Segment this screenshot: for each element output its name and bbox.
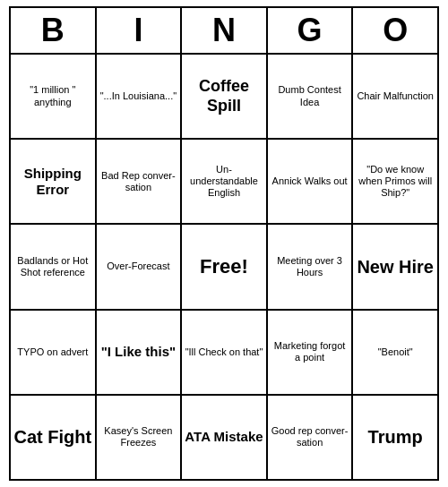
header-letter: B — [11, 8, 97, 53]
header-letter: I — [97, 8, 183, 53]
header-letter: N — [182, 8, 268, 53]
bingo-grid: "1 million " anything"...In Louisiana...… — [11, 55, 437, 479]
bingo-row-4: Cat FightKasey's Screen FreezesATA Mista… — [11, 396, 437, 479]
bingo-cell-3-0: TYPO on advert — [11, 311, 97, 394]
bingo-cell-1-0: Shipping Error — [11, 140, 97, 223]
bingo-row-1: Shipping ErrorBad Rep conver-sationUn-un… — [11, 140, 437, 225]
bingo-header: BINGO — [11, 8, 437, 55]
bingo-cell-3-1: "I Like this" — [97, 311, 183, 394]
bingo-cell-0-0: "1 million " anything — [11, 55, 97, 138]
bingo-card: BINGO "1 million " anything"...In Louisi… — [9, 6, 439, 481]
header-letter: O — [353, 8, 437, 53]
bingo-cell-0-4: Chair Malfunction — [353, 55, 437, 138]
bingo-cell-2-4: New Hire — [353, 225, 437, 308]
bingo-cell-0-2: Coffee Spill — [182, 55, 268, 138]
bingo-row-2: Badlands or Hot Shot referenceOver-Forec… — [11, 225, 437, 310]
bingo-cell-2-2: Free! — [182, 225, 268, 308]
bingo-cell-1-4: "Do we know when Primos will Ship?" — [353, 140, 437, 223]
bingo-cell-2-1: Over-Forecast — [97, 225, 183, 308]
bingo-cell-4-1: Kasey's Screen Freezes — [97, 396, 183, 479]
bingo-row-0: "1 million " anything"...In Louisiana...… — [11, 55, 437, 140]
bingo-cell-1-3: Annick Walks out — [268, 140, 354, 223]
bingo-cell-4-4: Trump — [353, 396, 437, 479]
bingo-cell-3-4: "Benoit" — [353, 311, 437, 394]
bingo-cell-1-1: Bad Rep conver-sation — [97, 140, 183, 223]
bingo-cell-4-0: Cat Fight — [11, 396, 97, 479]
bingo-cell-0-3: Dumb Contest Idea — [268, 55, 354, 138]
header-letter: G — [268, 8, 354, 53]
bingo-cell-3-3: Marketing forgot a point — [268, 311, 354, 394]
bingo-row-3: TYPO on advert"I Like this""Ill Check on… — [11, 311, 437, 396]
bingo-cell-0-1: "...In Louisiana..." — [97, 55, 183, 138]
bingo-cell-1-2: Un-understandable English — [182, 140, 268, 223]
bingo-cell-3-2: "Ill Check on that" — [182, 311, 268, 394]
bingo-cell-2-0: Badlands or Hot Shot reference — [11, 225, 97, 308]
bingo-cell-2-3: Meeting over 3 Hours — [268, 225, 354, 308]
bingo-cell-4-3: Good rep conver-sation — [268, 396, 354, 479]
bingo-cell-4-2: ATA Mistake — [182, 396, 268, 479]
